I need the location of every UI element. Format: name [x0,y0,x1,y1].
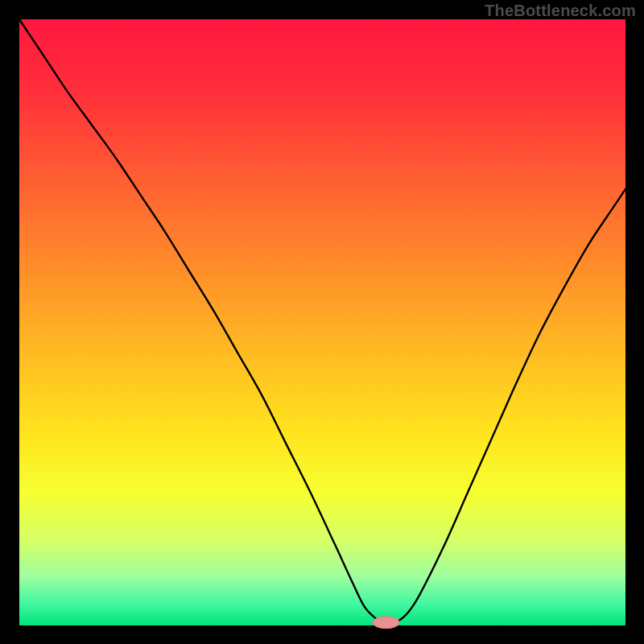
plot-background [19,19,625,625]
watermark-text: TheBottleneck.com [485,2,636,20]
optimum-marker [373,617,399,629]
bottleneck-chart [0,0,644,644]
chart-frame: { "watermark": "TheBottleneck.com", "col… [0,0,644,644]
